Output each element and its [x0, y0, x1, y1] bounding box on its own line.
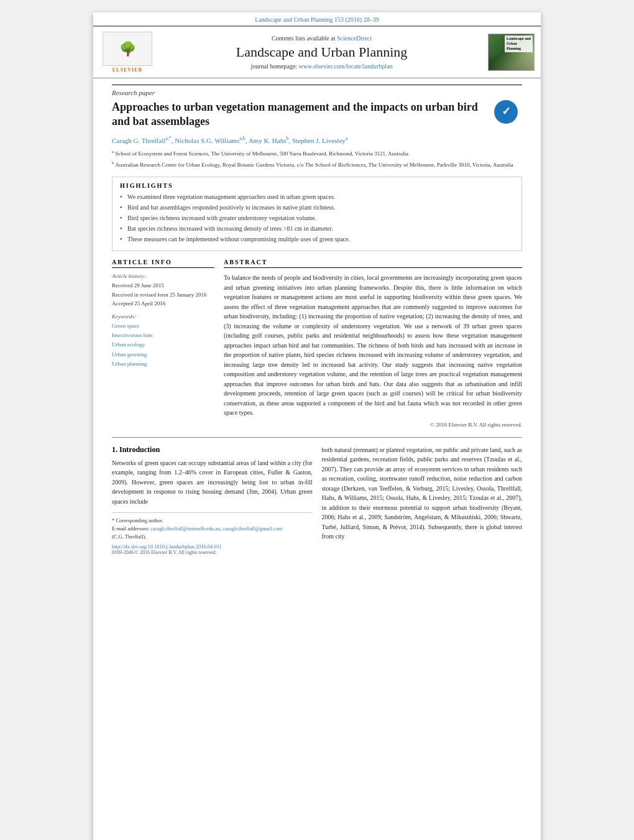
- elsevier-brand: ELSEVIER: [113, 67, 142, 73]
- highlight-4: Bat species richness increased with incr…: [120, 224, 514, 233]
- author-hahs[interactable]: Amy K. Hahs: [249, 136, 287, 144]
- highlight-3: Bird species richness increased with gre…: [120, 214, 514, 223]
- paper-type-label: Research paper: [112, 85, 522, 96]
- keyword-3[interactable]: Urban ecology: [112, 340, 214, 349]
- abstract-text: To balance the needs of people and biodi…: [224, 273, 522, 418]
- article-history: Article history: Received 29 June 2015 R…: [112, 273, 214, 308]
- keyword-2[interactable]: Insectivorous bats: [112, 331, 214, 340]
- history-label: Article history:: [112, 273, 214, 279]
- header-center: Contents lists available at ScienceDirec…: [162, 35, 482, 70]
- email-link-1[interactable]: caragh.threlfall@unimelb.edu.au: [150, 525, 220, 532]
- article-title: Approaches to urban vegetation managemen…: [112, 100, 522, 129]
- journal-cover: Landscape and Urban Planning: [488, 34, 535, 71]
- body-section: 1. Introduction Networks of green spaces…: [112, 445, 522, 555]
- copyright-line: © 2016 Elsevier B.V. All rights reserved…: [224, 422, 522, 428]
- crossmark-icon: ✓: [494, 100, 518, 124]
- page: Landscape and Urban Planning 153 (2016) …: [93, 12, 541, 840]
- cover-title: Landscape and Urban Planning: [505, 35, 533, 52]
- affiliation-b: b Australian Research Centre for Urban E…: [112, 160, 522, 170]
- footnote-section: * Corresponding author. E-mail addresses…: [112, 512, 313, 555]
- author-threlfall[interactable]: Caragh G. Threlfall: [112, 136, 165, 144]
- author-livesley[interactable]: Stephen J. Livesley: [292, 136, 346, 144]
- footnote-star-line: * Corresponding author.: [112, 517, 313, 525]
- body-col-left: 1. Introduction Networks of green spaces…: [112, 445, 313, 555]
- info-abstract-section: ARTICLE INFO Article history: Received 2…: [112, 259, 522, 428]
- issn-line: 0169-2046/© 2016 Elsevier B.V. All right…: [112, 550, 313, 555]
- keyword-1[interactable]: Green space: [112, 321, 214, 331]
- email-label: E-mail addresses:: [112, 525, 150, 532]
- journal-citation-bar: Landscape and Urban Planning 153 (2016) …: [93, 12, 541, 25]
- author-williams[interactable]: Nicholas S.G. Williams: [175, 136, 239, 144]
- highlights-list: We examined three vegetation management …: [120, 193, 514, 244]
- email-link-2[interactable]: caragh.threlfall@gmail.com: [223, 525, 283, 532]
- affiliations: a School of Ecosystem and Forest Science…: [112, 149, 522, 169]
- keywords-list: Green space Insectivorous bats Urban eco…: [112, 321, 214, 369]
- main-content: Research paper Approaches to urban veget…: [93, 78, 541, 568]
- elsevier-tree-icon: 🌳: [119, 42, 136, 56]
- body-col-right: both natural (remnant) or planted vegeta…: [322, 445, 523, 555]
- abstract-title: ABSTRACT: [224, 259, 522, 268]
- received-date: Received 29 June 2015: [112, 281, 214, 290]
- abstract-col: ABSTRACT To balance the needs of people …: [224, 259, 522, 428]
- revised-date: Received in revised form 25 January 2016: [112, 290, 214, 299]
- highlights-title: HIGHLIGHTS: [120, 182, 514, 189]
- homepage-link[interactable]: www.elsevier.com/locate/landurbplan: [299, 63, 393, 70]
- footnote-name-line: (C.G. Threlfall).: [112, 533, 313, 541]
- affiliation-a: a School of Ecosystem and Forest Science…: [112, 149, 522, 159]
- intro-text-left: Networks of green spaces can occupy subs…: [112, 458, 313, 507]
- crossmark-badge[interactable]: ✓: [494, 100, 522, 128]
- highlight-5: These measures can be implemented withou…: [120, 235, 514, 244]
- keywords-group: Keywords: Green space Insectivorous bats…: [112, 313, 214, 369]
- sciencedirect-link[interactable]: ScienceDirect: [337, 35, 372, 42]
- doi-link[interactable]: http://dx.doi.org/10.1016/j.landurbplan.…: [112, 543, 313, 550]
- elsevier-image: 🌳: [103, 32, 152, 66]
- accepted-date: Accepted 25 April 2016: [112, 299, 214, 308]
- keyword-4[interactable]: Urban greening: [112, 350, 214, 359]
- authors-line: Caragh G. Threlfalla,*, Nicholas S.G. Wi…: [112, 136, 522, 144]
- keyword-5[interactable]: Urban planning: [112, 359, 214, 369]
- contents-line: Contents lists available at ScienceDirec…: [162, 35, 482, 42]
- highlights-section: HIGHLIGHTS We examined three vegetation …: [112, 177, 522, 251]
- journal-header: 🌳 ELSEVIER Contents lists available at S…: [93, 25, 541, 78]
- cover-image: Landscape and Urban Planning: [488, 34, 535, 71]
- homepage-line: journal homepage: www.elsevier.com/locat…: [162, 63, 482, 70]
- section-divider: [112, 437, 522, 438]
- journal-citation-link[interactable]: Landscape and Urban Planning 153 (2016) …: [255, 16, 379, 23]
- article-info-col: ARTICLE INFO Article history: Received 2…: [112, 259, 214, 428]
- intro-text-right: both natural (remnant) or planted vegeta…: [322, 445, 523, 542]
- keywords-label: Keywords:: [112, 313, 214, 320]
- footnote-email-line: E-mail addresses: caragh.threlfall@unime…: [112, 525, 313, 533]
- highlight-2: Bird and bat assemblages responded posit…: [120, 203, 514, 212]
- article-info-title: ARTICLE INFO: [112, 259, 214, 268]
- journal-title: Landscape and Urban Planning: [162, 44, 482, 60]
- elsevier-logo: 🌳 ELSEVIER: [99, 32, 155, 73]
- highlight-1: We examined three vegetation management …: [120, 193, 514, 201]
- intro-heading: 1. Introduction: [112, 445, 313, 455]
